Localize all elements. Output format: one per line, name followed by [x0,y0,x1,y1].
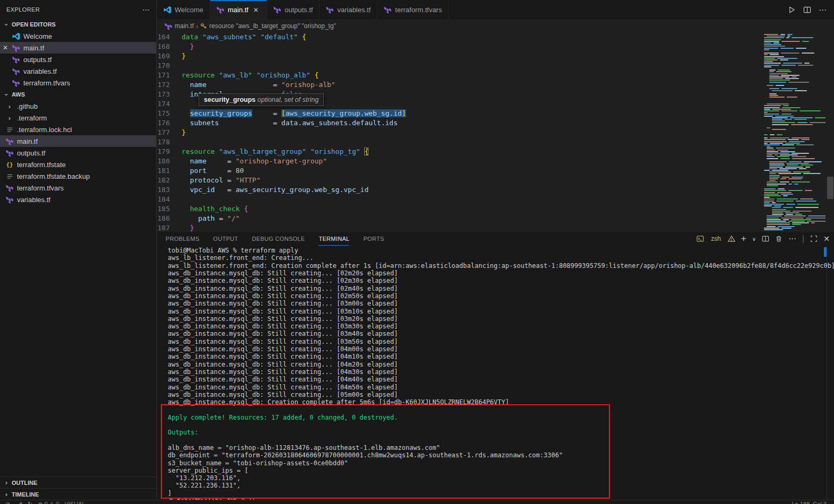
new-terminal-button[interactable]: + [741,233,746,244]
panel-more-actions-button[interactable]: ⋯ [788,234,796,244]
code-line-185[interactable]: 185 health_check { [157,204,834,213]
shell-name-label[interactable]: zsh [711,235,721,242]
tree-item-terraform-tfstate-backup[interactable]: terraform.tfstate.backup [0,170,156,182]
terminal-text: aws_db_instance.mysql_db: Still creating… [168,285,398,292]
tree-item--terraform[interactable]: ›.terraform [0,112,156,124]
divider: | [802,234,804,244]
code-line-175[interactable]: 175 security_groups = [aws_security_grou… [157,108,834,118]
problems-summary[interactable]: ⊗ 0 ⚠ 0 [38,501,59,504]
breadcrumb-symbol[interactable]: resource "aws_lb_target_group" "orishop_… [209,22,336,30]
terminal-dropdown-button[interactable]: ∨ [752,236,756,242]
code-text: vpc_id = aws_security_group.web_sg.vpc_i… [182,186,368,194]
timeline-section-header[interactable]: › TIMELINE [0,488,156,500]
panel-tab-problems[interactable]: PROBLEMS [166,232,200,246]
code-line-184[interactable]: 184 [157,194,834,204]
file-file-icon [6,172,14,180]
split-editor-button[interactable] [803,6,811,14]
tab-terraform-tfvars[interactable]: terraform.tfvars [377,0,449,20]
line-number: 172 [157,81,182,89]
explorer-more-actions-icon[interactable]: ⋯ [142,5,150,14]
cursor-position-label[interactable]: Ln 188, Col 3 [792,501,827,504]
status-left[interactable]: ⊘ ⎇ ↻ ⊗ 0 ⚠ 0 VISUAL [5,501,85,504]
tree-item-main-tf[interactable]: main.tf [0,135,156,147]
tab-outputs-tf[interactable]: outputs.tf [267,0,320,20]
code-line-164[interactable]: 164data "aws_subnets" "default" { [157,32,834,41]
run-button[interactable] [788,6,796,14]
minimap[interactable] [762,32,826,232]
terminal-line: aws_db_instance.mysql_db: Still creating… [168,368,398,376]
code-line-179[interactable]: 179resource "aws_lb_target_group" "orish… [157,146,834,156]
code-text: } [182,128,186,136]
breadcrumb[interactable]: main.tf › resource "aws_lb_target_group"… [157,20,834,32]
maximize-panel-button[interactable] [810,235,818,242]
open-editor-welcome[interactable]: ✕Welcome [0,30,156,42]
tab-welcome[interactable]: Welcome [157,0,210,20]
terminal-text: aws_lb_listener.front_end: Creating... [168,254,314,262]
code-line-181[interactable]: 181 port = 80 [157,166,834,175]
terraform-file-icon [273,6,281,14]
tree-item-terraform-tfstate[interactable]: {}terraform.tfstate [0,159,156,170]
code-editor[interactable]: 164data "aws_subnets" "default" {168 }16… [157,32,834,232]
code-line-177[interactable]: 177} [157,127,834,137]
file-icon-wrap: › [4,114,15,122]
open-editor-main-tf[interactable]: ✕main.tf [0,42,156,54]
code-line-187[interactable]: 187 } [157,223,834,232]
panel-tab-ports[interactable]: PORTS [363,232,384,246]
close-panel-button[interactable]: ✕ [823,234,830,243]
open-editor-variables-tf[interactable]: ✕variables.tf [0,65,156,77]
editor-area: Welcomemain.tf✕outputs.tfvariables.tfter… [157,0,834,500]
code-line-171[interactable]: 171resource "aws_lb" "orishop_alb" { [157,70,834,80]
code-line-176[interactable]: 176 subnets = data.aws_subnets.default.i… [157,118,834,127]
breadcrumb-file[interactable]: main.tf [175,22,194,30]
line-number: 169 [157,52,182,60]
tree-item-outputs-tf[interactable]: outputs.tf [0,147,156,159]
terminal-line: aws_db_instance.mysql_db: Still creating… [168,307,398,315]
terminal-output[interactable]: tobi@MacTobi AWS % terraform applyaws_lb… [157,246,834,500]
code-line-182[interactable]: 182 protocol = "HTTP" [157,175,834,185]
sync-icon[interactable]: ↻ [28,501,32,504]
more-actions-button[interactable]: ⋯ [819,5,827,15]
panel-tab-output[interactable]: OUTPUT [213,232,238,246]
folder-section-header[interactable]: › AWS [0,89,156,100]
line-number: 184 [157,195,182,203]
file-label: terraform.tfvars [17,184,64,192]
code-line-180[interactable]: 180 name = "orishop-target-group" [157,156,834,166]
code-line-168[interactable]: 168 } [157,41,834,51]
file-icon-wrap [11,79,21,87]
code-line-170[interactable]: 170 [157,60,834,70]
code-line-169[interactable]: 169} [157,51,834,60]
close-tab-icon[interactable]: ✕ [252,6,260,14]
kill-terminal-button[interactable] [775,235,783,242]
tree-item--github[interactable]: ›.github [0,100,156,112]
terraform-file-icon [165,22,173,30]
chevron-right-icon: › [2,490,11,498]
open-editors-section-header[interactable]: › OPEN EDITORS [0,19,156,30]
branch-icon[interactable]: ⎇ [15,501,22,504]
code-line-186[interactable]: 186 path = "/" [157,213,834,223]
line-number: 182 [157,176,182,184]
file-icon-wrap [11,32,21,40]
outline-section-header[interactable]: › OUTLINE [0,476,156,488]
panel-tab-terminal[interactable]: TERMINAL [319,232,349,246]
open-editor-terraform-tfvars[interactable]: ✕terraform.tfvars [0,77,156,89]
open-editor-outputs-tf[interactable]: ✕outputs.tf [0,54,156,65]
split-terminal-button[interactable] [762,235,769,242]
code-text: security_groups = [aws_security_group.we… [182,109,406,117]
code-line-172[interactable]: 172 name = "orishop-alb" [157,80,834,89]
file-label: .terraform.lock.hcl [17,126,72,134]
tree-item-variables-tf[interactable]: variables.tf [0,194,156,205]
code-line-178[interactable]: 178 [157,137,834,146]
remote-icon[interactable]: ⊘ [5,501,10,504]
tab-main-tf[interactable]: main.tf✕ [210,0,267,20]
code-line-183[interactable]: 183 vpc_id = aws_security_group.web_sg.v… [157,185,834,194]
status-right[interactable]: Ln 188, Col 3 [792,501,827,504]
tree-item-terraform-tfvars[interactable]: terraform.tfvars [0,182,156,194]
panel-tab-debug-console[interactable]: DEBUG CONSOLE [252,232,305,246]
json-file-icon: {} [6,161,13,168]
tab-variables-tf[interactable]: variables.tf [320,0,377,20]
close-editor-icon[interactable]: ✕ [0,44,11,51]
tree-item--terraform-lock-hcl[interactable]: .terraform.lock.hcl [0,124,156,135]
terminal-line: aws_db_instance.mysql_db: Still creating… [168,338,398,345]
file-label: main.tf [17,137,38,145]
editor-scrollbar-thumb[interactable] [827,177,833,199]
